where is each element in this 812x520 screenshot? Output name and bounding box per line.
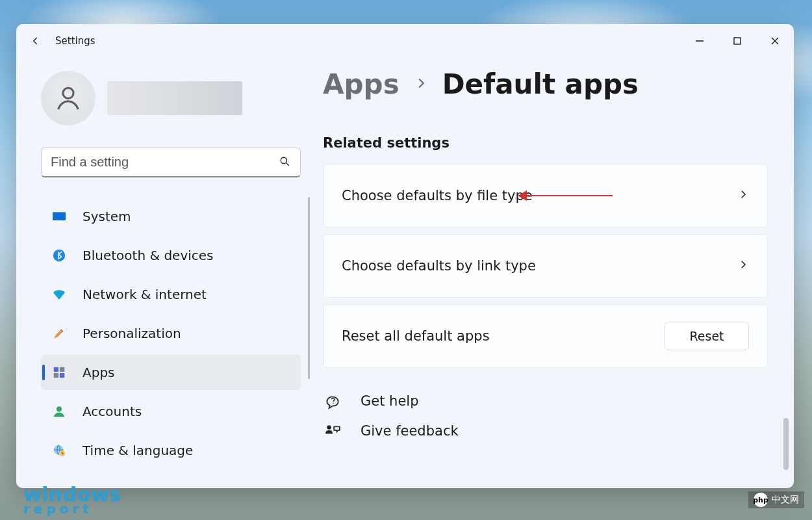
sidebar-item-label: Time & language — [82, 443, 193, 458]
close-button[interactable] — [756, 27, 794, 55]
globe-clock-icon — [51, 443, 67, 458]
breadcrumb: Apps Default apps — [323, 68, 768, 100]
sidebar-item-time-language[interactable]: Time & language — [41, 433, 301, 468]
section-title: Related settings — [323, 135, 768, 151]
minimize-icon — [695, 36, 704, 46]
card-label: Reset all default apps — [342, 328, 490, 344]
card-label: Choose defaults by file type — [342, 188, 533, 203]
search-input[interactable] — [41, 148, 301, 177]
svg-point-4 — [63, 88, 73, 98]
sidebar-item-label: Network & internet — [82, 287, 207, 302]
svg-point-17 — [333, 402, 334, 404]
search-wrap — [41, 148, 301, 177]
sidebar-item-label: Bluetooth & devices — [82, 248, 214, 263]
sidebar-item-network[interactable]: Network & internet — [41, 277, 301, 312]
username-redacted — [107, 81, 242, 115]
watermark-text: 中文网 — [772, 494, 799, 506]
search-icon — [279, 155, 290, 170]
watermark-right: php 中文网 — [748, 491, 804, 508]
svg-point-18 — [327, 425, 331, 430]
chevron-right-icon — [414, 76, 428, 93]
annotation-arrow — [522, 195, 613, 196]
footer-links: Get help Give feedback — [323, 393, 768, 439]
sidebar-item-label: Apps — [82, 365, 115, 380]
card-defaults-by-link-type[interactable]: Choose defaults by link type — [323, 234, 768, 298]
card-defaults-by-file-type[interactable]: Choose defaults by file type — [323, 164, 768, 228]
minimize-button[interactable] — [681, 27, 718, 55]
nav: System Bluetooth & devices Network & int… — [41, 197, 309, 470]
footer-link-label: Give feedback — [361, 423, 459, 439]
php-logo-icon: php — [754, 493, 768, 507]
reset-button[interactable]: Reset — [665, 322, 749, 350]
wifi-icon — [51, 287, 67, 302]
window-controls — [681, 27, 794, 55]
apps-icon — [51, 365, 67, 380]
sidebar-item-label: System — [82, 209, 131, 224]
footer-link-label: Get help — [361, 393, 419, 409]
main-panel: Apps Default apps Related settings Choos… — [316, 58, 794, 488]
give-feedback-link[interactable]: Give feedback — [323, 422, 768, 439]
profile-block[interactable] — [41, 71, 309, 125]
feedback-icon — [323, 422, 342, 439]
titlebar: Settings — [16, 24, 794, 58]
settings-window: Settings — [16, 24, 794, 488]
svg-rect-10 — [54, 367, 58, 372]
account-icon — [51, 404, 67, 419]
chevron-right-icon — [737, 258, 749, 274]
svg-point-14 — [57, 406, 62, 411]
back-button[interactable] — [21, 27, 50, 55]
svg-rect-13 — [60, 373, 64, 378]
avatar — [41, 71, 95, 125]
sidebar-item-personalization[interactable]: Personalization — [41, 316, 301, 351]
paintbrush-icon — [51, 326, 67, 341]
card-label: Choose defaults by link type — [342, 258, 536, 274]
maximize-button[interactable] — [718, 27, 756, 55]
svg-point-5 — [281, 157, 286, 163]
svg-rect-12 — [54, 373, 58, 378]
svg-rect-11 — [60, 367, 64, 372]
svg-rect-8 — [53, 212, 66, 213]
sidebar-item-system[interactable]: System — [41, 199, 301, 234]
watermark-text: windows — [23, 486, 121, 503]
monitor-icon — [51, 209, 67, 224]
svg-point-9 — [53, 250, 65, 261]
help-icon — [323, 393, 342, 410]
reset-button-label: Reset — [689, 329, 724, 343]
sidebar-item-apps[interactable]: Apps — [41, 355, 301, 390]
close-icon — [770, 36, 780, 46]
arrow-left-icon — [29, 34, 42, 47]
breadcrumb-parent[interactable]: Apps — [323, 68, 400, 100]
get-help-link[interactable]: Get help — [323, 393, 768, 410]
sidebar-item-accounts[interactable]: Accounts — [41, 394, 301, 429]
watermark-left: windows report — [23, 486, 121, 515]
breadcrumb-current: Default apps — [442, 68, 639, 100]
card-reset-defaults: Reset all default apps Reset — [323, 304, 768, 368]
bluetooth-icon — [51, 248, 67, 263]
svg-rect-1 — [734, 38, 741, 44]
sidebar-item-bluetooth[interactable]: Bluetooth & devices — [41, 238, 301, 273]
chevron-right-icon — [737, 188, 749, 203]
svg-line-6 — [286, 163, 289, 166]
sidebar: System Bluetooth & devices Network & int… — [16, 58, 316, 488]
content: System Bluetooth & devices Network & int… — [16, 58, 794, 488]
settings-cards: Choose defaults by file type Choose defa… — [323, 164, 768, 368]
person-icon — [53, 83, 83, 113]
sidebar-item-label: Accounts — [82, 404, 142, 419]
window-title: Settings — [55, 35, 95, 47]
sidebar-item-label: Personalization — [82, 326, 181, 341]
sidebar-scrollbar[interactable] — [308, 197, 310, 379]
maximize-icon — [733, 36, 742, 46]
main-scrollbar[interactable] — [783, 418, 789, 470]
